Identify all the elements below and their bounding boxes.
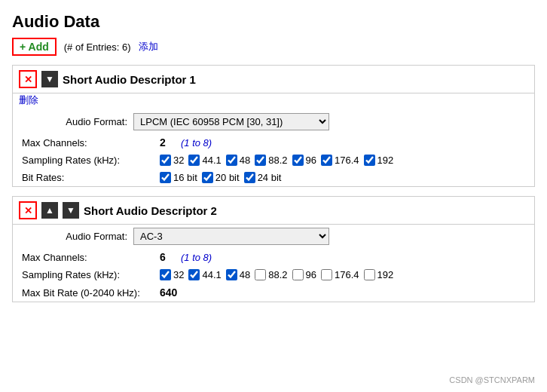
move-up-button-2[interactable]: ▲ [41, 202, 58, 219]
sample-44-1: 44.1 [188, 155, 221, 166]
delete-button-2[interactable]: ✕ [19, 201, 37, 219]
sample-88-check-2[interactable] [255, 269, 266, 280]
delete-button-1[interactable]: ✕ [19, 70, 37, 88]
sample-192-label-2: 192 [377, 269, 394, 280]
sample-48-label-1: 48 [240, 155, 250, 166]
sample-88-2: 88.2 [255, 269, 287, 280]
move-down-button-2[interactable]: ▼ [63, 202, 79, 219]
add-chinese-label: 添加 [139, 40, 158, 54]
sampling-label-2: Sampling Rates (kHz): [22, 269, 154, 280]
audio-format-label-1: Audio Format: [22, 116, 127, 127]
sample-44-label-1: 44.1 [202, 155, 221, 166]
bit-rates-row-1: Bit Rates: 16 bit 20 bit 24 bit [13, 169, 534, 186]
sample-176-2: 176.4 [321, 269, 359, 280]
bit-24-1: 24 bit [244, 172, 282, 183]
sample-44-check-1[interactable] [188, 155, 200, 166]
bit-16-check-1[interactable] [160, 172, 171, 183]
sample-176-label-1: 176.4 [335, 155, 359, 166]
sample-32-2: 32 [160, 269, 184, 280]
sample-176-check-2[interactable] [321, 269, 332, 280]
sample-44-check-2[interactable] [188, 269, 200, 280]
sampling-checkboxes-2: 32 44.1 48 88.2 96 176.4 [160, 269, 393, 280]
bit-24-label-1: 24 bit [258, 172, 282, 183]
audio-format-select-1[interactable]: LPCM (IEC 60958 PCM [30, 31]) AC-3 MPEG1… [133, 113, 329, 130]
range-hint-1: (1 to 8) [181, 137, 212, 149]
sample-192-2: 192 [364, 269, 394, 280]
bit-16-1: 16 bit [160, 172, 197, 183]
max-bit-rate-row-2: Max Bit Rate (0-2040 kHz): 640 [13, 283, 534, 302]
sample-48-check-2[interactable] [226, 269, 237, 280]
descriptor-2-title: Short Audio Descriptor 2 [84, 204, 217, 217]
add-row: + Add (# of Entries: 6) 添加 [12, 38, 535, 56]
sample-192-check-2[interactable] [364, 269, 375, 280]
audio-format-row-2: Audio Format: LPCM (IEC 60958 PCM [30, 3… [13, 225, 534, 248]
sample-88-check-1[interactable] [255, 155, 266, 166]
sample-48-check-1[interactable] [226, 155, 237, 166]
bit-16-label-1: 16 bit [173, 172, 197, 183]
sample-32-1: 32 [160, 155, 184, 166]
descriptor-2-header: ✕ ▲ ▼ Short Audio Descriptor 2 [13, 197, 534, 225]
bit-checkboxes-1: 16 bit 20 bit 24 bit [160, 172, 281, 183]
sample-192-label-1: 192 [377, 155, 394, 166]
bit-rates-label-1: Bit Rates: [22, 172, 154, 183]
sample-44-2: 44.1 [188, 269, 221, 280]
sample-96-2: 96 [292, 269, 316, 280]
max-channels-label-1: Max Channels: [22, 137, 154, 149]
bit-20-1: 20 bit [202, 172, 240, 183]
sample-32-check-1[interactable] [160, 155, 171, 166]
sample-32-label-1: 32 [173, 155, 184, 166]
descriptor-1-title: Short Audio Descriptor 1 [63, 73, 196, 86]
audio-format-label-2: Audio Format: [22, 231, 127, 242]
add-button[interactable]: + Add [12, 38, 57, 56]
max-channels-row-1: Max Channels: 2 (1 to 8) [13, 133, 534, 152]
max-channels-row-2: Max Channels: 6 (1 to 8) [13, 248, 534, 266]
page-title: Audio Data [12, 12, 535, 32]
sample-32-label-2: 32 [173, 269, 184, 280]
sample-96-check-1[interactable] [292, 155, 304, 166]
sample-96-label-1: 96 [306, 155, 316, 166]
max-channels-value-1: 2 [160, 136, 175, 149]
bit-24-check-1[interactable] [244, 172, 255, 183]
sample-88-label-1: 88.2 [268, 155, 287, 166]
sample-48-label-2: 48 [240, 269, 250, 280]
sample-44-label-2: 44.1 [202, 269, 221, 280]
entries-label: (# of Entries: 6) [64, 41, 131, 53]
sample-96-check-2[interactable] [292, 269, 304, 280]
sample-32-check-2[interactable] [160, 269, 171, 280]
max-bit-rate-label-2: Max Bit Rate (0-2040 kHz): [22, 287, 154, 299]
sampling-rates-row-2: Sampling Rates (kHz): 32 44.1 48 88.2 96 [13, 266, 534, 283]
watermark: CSDN @STCNXPARM [449, 375, 535, 384]
bit-20-check-1[interactable] [202, 172, 213, 183]
sample-192-check-1[interactable] [364, 155, 375, 166]
sample-88-1: 88.2 [255, 155, 287, 166]
max-channels-label-2: Max Channels: [22, 252, 154, 263]
sample-192-1: 192 [364, 155, 394, 166]
sampling-rates-row-1: Sampling Rates (kHz): 32 44.1 48 88.2 96 [13, 152, 534, 169]
move-down-button-1[interactable]: ▼ [41, 71, 58, 87]
delete-chinese-1: 删除 [13, 93, 534, 110]
max-bit-rate-value-2: 640 [160, 286, 177, 299]
sample-88-label-2: 88.2 [268, 269, 287, 280]
sample-176-check-1[interactable] [321, 155, 332, 166]
sample-48-2: 48 [226, 269, 250, 280]
sample-176-label-2: 176.4 [335, 269, 359, 280]
max-channels-value-2: 6 [160, 251, 175, 263]
descriptor-2: ✕ ▲ ▼ Short Audio Descriptor 2 Audio For… [12, 196, 535, 302]
sampling-checkboxes-1: 32 44.1 48 88.2 96 176.4 [160, 155, 393, 166]
sample-48-1: 48 [226, 155, 250, 166]
range-hint-2: (1 to 8) [181, 252, 212, 263]
sample-96-label-2: 96 [306, 269, 316, 280]
audio-format-select-2[interactable]: LPCM (IEC 60958 PCM [30, 31]) AC-3 MPEG1… [133, 228, 329, 245]
sample-96-1: 96 [292, 155, 316, 166]
bit-20-label-1: 20 bit [215, 172, 240, 183]
sample-176-1: 176.4 [321, 155, 359, 166]
descriptor-1-header: ✕ ▼ Short Audio Descriptor 1 [13, 66, 534, 93]
sampling-label-1: Sampling Rates (kHz): [22, 155, 154, 166]
audio-format-row-1: Audio Format: LPCM (IEC 60958 PCM [30, 3… [13, 110, 534, 133]
descriptor-1: ✕ ▼ Short Audio Descriptor 1 删除 Audio Fo… [12, 65, 535, 187]
